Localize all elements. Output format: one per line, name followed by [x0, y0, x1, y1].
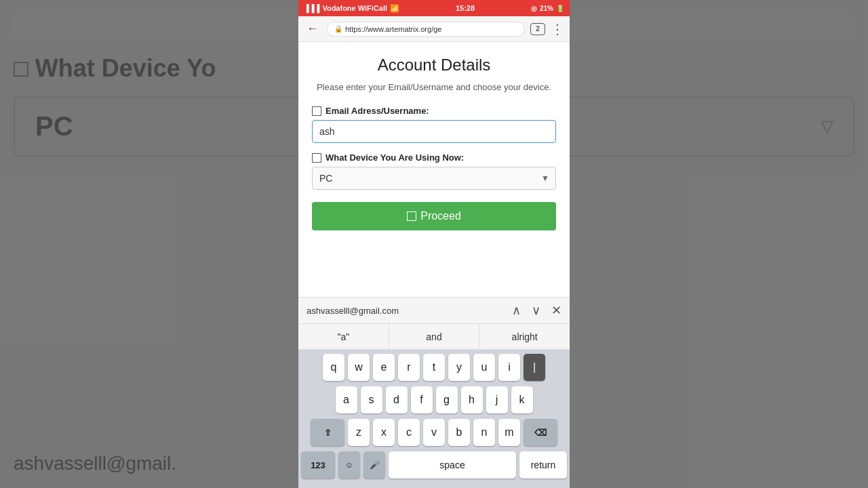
key-123[interactable]: 123: [301, 451, 335, 479]
browser-chrome: ← 🔒 https://www.artematrix.org/ge 2 ⋮: [298, 16, 570, 42]
autocomplete-nav: ∧ ∨ ✕: [512, 303, 561, 318]
proceed-checkbox-icon: [407, 211, 416, 221]
autocomplete-down-button[interactable]: ∨: [532, 303, 540, 318]
key-r[interactable]: r: [398, 354, 420, 381]
keyboard-row-4: 123 ☺ 🎤 space return: [301, 451, 567, 479]
menu-button[interactable]: ⋮: [551, 21, 564, 37]
key-k[interactable]: k: [511, 386, 533, 413]
word-suggestions: "a" and alright: [298, 324, 570, 350]
key-n[interactable]: n: [473, 419, 495, 446]
signal-icon: ▐▐▐: [304, 4, 319, 12]
device-checkbox[interactable]: [312, 153, 321, 163]
key-i[interactable]: i: [498, 354, 520, 381]
status-left: ▐▐▐ Vodafone WiFiCall 📶: [304, 4, 399, 13]
url-bar[interactable]: 🔒 https://www.artematrix.org/ge: [327, 22, 525, 37]
key-shift[interactable]: ⇧: [311, 419, 344, 446]
email-input[interactable]: [312, 120, 556, 143]
email-label-row: Email Adress/Username:: [312, 106, 556, 116]
autocomplete-close-button[interactable]: ✕: [551, 303, 561, 318]
key-b[interactable]: b: [448, 419, 470, 446]
email-label: Email Adress/Username:: [326, 106, 429, 116]
key-q[interactable]: q: [323, 354, 344, 381]
key-d[interactable]: d: [386, 386, 408, 413]
key-mic[interactable]: 🎤: [363, 451, 385, 479]
device-label: What Device You Are Using Now:: [326, 152, 464, 163]
device-select[interactable]: PC Mobile Tablet: [312, 167, 556, 190]
device-label-row: What Device You Are Using Now:: [312, 152, 556, 163]
key-v[interactable]: v: [423, 419, 445, 446]
battery-text: 21%: [540, 5, 553, 12]
key-f[interactable]: f: [411, 386, 433, 413]
key-t[interactable]: t: [423, 354, 445, 381]
proceed-button[interactable]: Proceed: [312, 202, 556, 230]
url-text: https://www.artematrix.org/ge: [345, 25, 441, 33]
location-icon: ◎: [531, 5, 537, 12]
page-subtitle: Please enter your Email/Username and cho…: [312, 81, 556, 94]
key-z[interactable]: z: [348, 419, 370, 446]
key-pipe[interactable]: |: [524, 354, 545, 381]
key-c[interactable]: c: [398, 419, 420, 446]
phone-frame: ▐▐▐ Vodafone WiFiCall 📶 15:28 ◎ 21% 🔋 ← …: [298, 0, 570, 488]
autocomplete-bar: ashvasselll@gmail.com ∧ ∨ ✕: [298, 297, 570, 324]
proceed-label: Proceed: [420, 210, 461, 222]
key-emoji[interactable]: ☺: [338, 451, 360, 479]
key-y[interactable]: y: [448, 354, 470, 381]
battery-icon: 🔋: [556, 5, 564, 12]
key-u[interactable]: u: [473, 354, 495, 381]
carrier-name: Vodafone WiFiCall: [322, 4, 387, 12]
page-title: Account Details: [312, 56, 556, 75]
key-a[interactable]: a: [336, 386, 357, 413]
key-h[interactable]: h: [461, 386, 483, 413]
key-e[interactable]: e: [373, 354, 395, 381]
page-content: Account Details Please enter your Email/…: [298, 42, 570, 297]
wifi-icon: 📶: [390, 4, 399, 13]
key-j[interactable]: j: [486, 386, 508, 413]
key-w[interactable]: w: [348, 354, 370, 381]
key-backspace[interactable]: ⌫: [524, 419, 557, 446]
word-suggestion-1[interactable]: "a": [298, 324, 389, 349]
back-button[interactable]: ←: [304, 20, 321, 37]
keyboard: q w e r t y u i | a s d f g h j k ⇧ z x …: [298, 350, 570, 488]
autocomplete-up-button[interactable]: ∧: [512, 303, 521, 318]
key-return[interactable]: return: [519, 451, 567, 479]
tab-button[interactable]: 2: [530, 23, 545, 35]
status-time: 15:28: [456, 4, 475, 12]
keyboard-row-1: q w e r t y u i |: [301, 354, 567, 381]
status-bar: ▐▐▐ Vodafone WiFiCall 📶 15:28 ◎ 21% 🔋: [298, 0, 570, 16]
key-space[interactable]: space: [389, 451, 516, 479]
keyboard-row-2: a s d f g h j k: [301, 386, 567, 413]
device-select-wrapper: PC Mobile Tablet ▼: [312, 167, 556, 190]
status-right: ◎ 21% 🔋: [531, 5, 564, 12]
word-suggestion-2[interactable]: and: [389, 324, 480, 349]
key-g[interactable]: g: [436, 386, 458, 413]
key-s[interactable]: s: [361, 386, 382, 413]
key-m[interactable]: m: [498, 419, 520, 446]
lock-icon: 🔒: [334, 25, 342, 33]
key-x[interactable]: x: [373, 419, 395, 446]
email-checkbox[interactable]: [312, 106, 321, 116]
word-suggestion-3[interactable]: alright: [479, 324, 570, 349]
autocomplete-suggestion[interactable]: ashvasselll@gmail.com: [307, 306, 399, 316]
keyboard-row-3: ⇧ z x c v b n m ⌫: [301, 419, 567, 446]
